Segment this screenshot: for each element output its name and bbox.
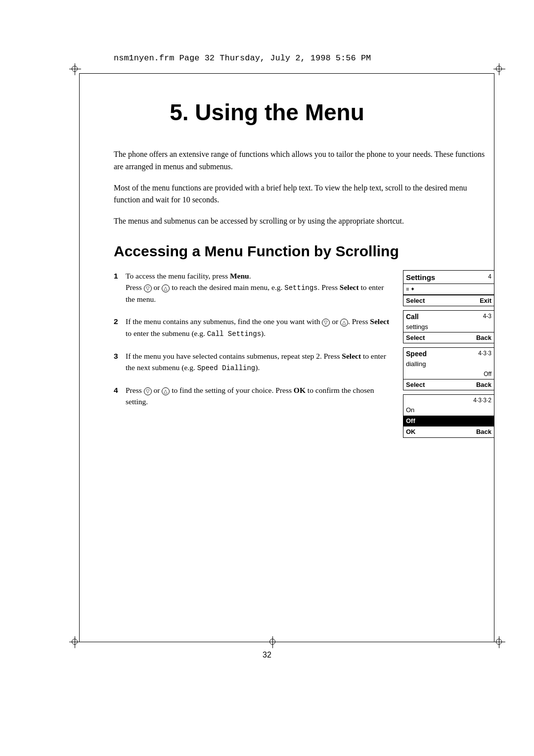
scroll-down-icon-2: ▽ [322,319,330,327]
intro-para-3: The menus and submenus can be accessed b… [114,215,494,228]
scroll-up-icon: △ [162,284,170,292]
page: nsm1nyen.frm Page 32 Thursday, July 2, 1… [0,0,534,756]
crosshair-bottom-center [267,636,279,648]
settings-icon: ✦ [410,285,415,293]
step-1: 1 To access the menu facility, press Men… [114,270,393,305]
screen-onoff-back: Back [476,427,491,437]
screen-call-back: Back [476,333,491,343]
steps-list: 1 To access the menu facility, press Men… [114,270,393,408]
screen-onoff-off: Off [403,416,494,426]
screen-speed-dialling: Speed dialling 4·3·3 Off Select Back [403,347,494,390]
screen-call-select: Select [406,333,425,343]
screen-onoff-ok: OK [406,427,416,437]
scroll-down-icon-3: ▽ [144,387,152,395]
screen-settings-icons: ≡ ✦ [403,284,494,295]
intro-para-2: Most of the menu functions are provided … [114,182,494,207]
page-number: 32 [0,651,534,660]
step-1-text: To access the menu facility, press Menu.… [126,270,393,305]
screen-call-title: Call [406,312,428,322]
phones-column: Settings 4 ≡ ✦ Select Exit [403,270,494,440]
screen-settings-header: Settings 4 [403,271,494,284]
step-1-num: 1 [114,270,122,305]
screen-call-header: Call settings 4-3 [403,311,494,332]
steps-column: 1 To access the menu facility, press Men… [114,270,393,419]
screen-speed-number: 4·3·3 [478,349,491,358]
screen-call-settings: Call settings 4-3 Select Back [403,310,494,343]
header-line [79,73,494,74]
screen-speed-back: Back [476,380,491,390]
screen-speed-subtitle: dialling [406,359,427,369]
screen-call-subtitle: settings [406,322,428,332]
step-4-num: 4 [114,384,122,408]
two-column-layout: 1 To access the menu facility, press Men… [114,270,494,440]
screen-onoff-number: 4·3·3·2 [406,396,491,405]
screen-speed-header: Speed dialling 4·3·3 [403,348,494,369]
step-2: 2 If the menu contains any submenus, fin… [114,316,393,339]
screen-speed-title-block: Speed dialling [406,349,427,369]
scroll-down-icon: ▽ [144,284,152,292]
screen-settings-title: Settings [406,272,435,284]
left-vert-line [79,73,80,642]
screen-speed-softkeys: Select Back [403,379,494,390]
step-4-text: Press ▽ or △ to find the setting of your… [126,384,393,408]
screen-settings: Settings 4 ≡ ✦ Select Exit [403,270,494,307]
screen-onoff-softkeys: OK Back [403,426,494,437]
step-4: 4 Press ▽ or △ to find the setting of yo… [114,384,393,408]
screen-speed-title: Speed [406,349,427,359]
screen-on-off: 4·3·3·2 On Off OK Back [403,394,494,438]
screen-call-title-block: Call settings [406,312,428,332]
screen-settings-softkeys: Select Exit [403,295,494,306]
screen-settings-exit: Exit [480,296,491,306]
screen-settings-number: 4 [488,272,491,281]
scroll-up-icon-3: △ [162,387,170,395]
screen-speed-off: Off [403,369,494,379]
step-3-text: If the menu you have selected contains s… [126,350,393,374]
header-text: nsm1nyen.frm Page 32 Thursday, July 2, 1… [114,53,371,63]
screen-settings-select: Select [406,296,425,306]
step-3: 3 If the menu you have selected contains… [114,350,393,374]
step-3-num: 3 [114,350,122,374]
screen-speed-select: Select [406,380,425,390]
menu-icon: ≡ [406,285,409,293]
step-2-num: 2 [114,316,122,339]
screen-onoff-header: 4·3·3·2 [403,395,494,405]
intro-para-1: The phone offers an extensive range of f… [114,148,494,173]
step-2-text: If the menu contains any submenus, find … [126,316,393,339]
screen-call-number: 4-3 [483,312,491,321]
footer-line [79,642,494,642]
crosshair-top-right [493,63,505,75]
section-heading: Accessing a Menu Function by Scrolling [114,242,494,260]
crosshair-bottom-right [493,636,505,648]
screen-onoff-on: On [403,405,494,416]
main-content: The phone offers an extensive range of f… [114,148,494,440]
scroll-up-icon-2: △ [340,319,348,327]
screen-call-softkeys: Select Back [403,332,494,343]
page-title: 5. Using the Menu [0,99,534,126]
